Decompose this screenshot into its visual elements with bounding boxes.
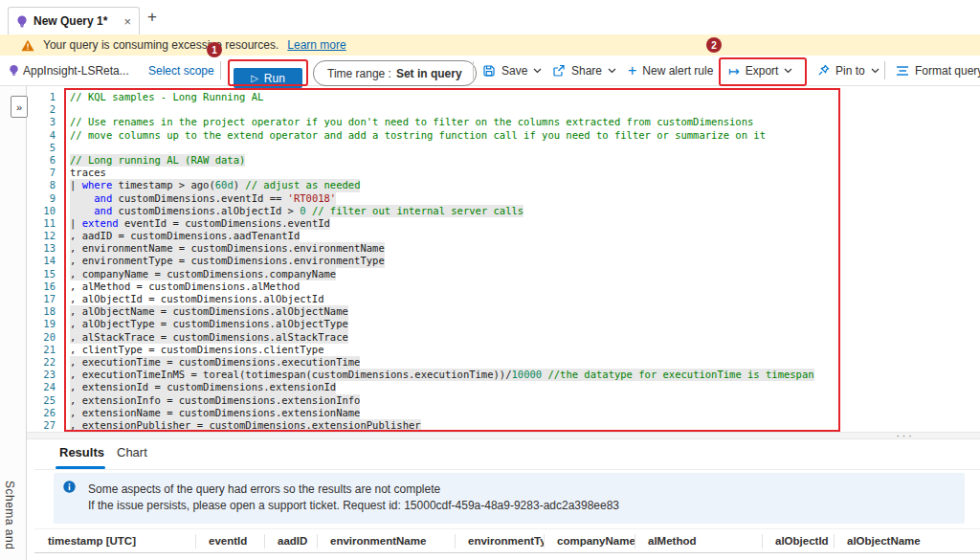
line-number: 20	[27, 331, 56, 344]
chevron-down-icon	[608, 68, 616, 74]
play-icon: ▷	[251, 74, 258, 83]
code-line[interactable]: 19, alObjectType = customDimensions.alOb…	[27, 318, 980, 330]
code-line[interactable]: 1// KQL samples - Long Running AL	[27, 91, 980, 103]
column-header[interactable]: environmentType	[455, 529, 544, 552]
column-header[interactable]: environmentName	[317, 529, 455, 552]
code-line[interactable]: 25, extensionInfo = customDimensions.ext…	[27, 394, 980, 407]
warning-text: Your query is consuming excessive resour…	[43, 38, 278, 52]
line-number: 10	[27, 205, 56, 217]
code-line[interactable]: 2	[27, 103, 980, 116]
code-text: , environmentName = customDimensions.env…	[70, 242, 385, 255]
format-query-button[interactable]: Format query	[896, 56, 980, 85]
close-icon[interactable]: ×	[123, 15, 131, 28]
code-line[interactable]: 22, executionTime = customDimensions.exe…	[27, 356, 980, 369]
code-line[interactable]: 11| extend eventId = customDimensions.ev…	[27, 217, 980, 230]
code-text: traces	[70, 167, 106, 179]
code-text: , environmentType = customDimensions.env…	[70, 255, 385, 267]
code-line[interactable]: 9 and customDimensions.eventId == 'RT001…	[27, 192, 980, 205]
code-line[interactable]: 27, extensionPublisher = customDimension…	[27, 419, 980, 432]
line-number: 24	[27, 381, 56, 393]
tab-title: New Query 1*	[33, 14, 118, 28]
log-analytics-window: New Query 1* × + Your query is consuming…	[0, 0, 980, 560]
code-line[interactable]: 4// move columns up to the extend operat…	[27, 129, 980, 142]
code-text: // Use renames in the project operator i…	[70, 116, 753, 128]
line-number: 2	[27, 103, 56, 116]
column-header[interactable]: timestamp [UTC]	[34, 529, 195, 552]
run-button[interactable]: ▷ Run	[234, 68, 302, 88]
tab-chart[interactable]: Chart	[117, 445, 147, 459]
code-line[interactable]: 21, clientType = customDimensions.client…	[27, 344, 980, 356]
share-button[interactable]: Share	[552, 56, 616, 85]
new-tab-button[interactable]: +	[147, 8, 157, 27]
tabs-divider	[34, 469, 980, 470]
code-line[interactable]: 16, alMethod = customDimensions.alMethod	[27, 280, 980, 293]
time-range-container: Time range : Set in query	[313, 58, 477, 88]
code-line[interactable]: 5	[27, 142, 980, 154]
code-line[interactable]: 26, extensionName = customDimensions.ext…	[27, 407, 980, 419]
code-line[interactable]: 10 and customDimensions.alObjectId > 0 /…	[27, 205, 980, 217]
double-chevron-right-icon: »	[16, 101, 22, 113]
column-header[interactable]: aadID	[264, 529, 317, 552]
code-line[interactable]: 7traces	[27, 167, 980, 179]
line-number: 11	[27, 217, 56, 230]
save-icon	[482, 64, 496, 78]
chevron-down-icon	[784, 68, 792, 74]
code-text: // Long running AL (RAW data)	[70, 154, 245, 167]
tab-new-query-1[interactable]: New Query 1* ×	[8, 7, 140, 34]
code-line[interactable]: 18, alObjectName = customDimensions.alOb…	[27, 305, 980, 318]
pin-to-button[interactable]: Pin to	[817, 56, 880, 85]
resource-warning-banner: Your query is consuming excessive resour…	[0, 34, 980, 56]
code-line[interactable]: 14, environmentType = customDimensions.e…	[27, 255, 980, 267]
expand-sidebar-button[interactable]: »	[11, 96, 28, 118]
column-header[interactable]: alObjectName	[834, 529, 980, 552]
code-line[interactable]: 8| where timestamp > ago(60d) // adjust …	[27, 179, 980, 191]
code-text: , extensionPublisher = customDimensions.…	[70, 419, 421, 432]
code-line[interactable]: 6// Long running AL (RAW data)	[27, 154, 980, 167]
export-button[interactable]: ↦ Export	[728, 56, 792, 85]
line-number: 13	[27, 242, 56, 255]
toolbar-divider	[220, 61, 221, 79]
kql-query-editor[interactable]: 1// KQL samples - Long Running AL23// Us…	[27, 91, 980, 432]
line-number: 22	[27, 356, 56, 369]
code-text: // KQL samples - Long Running AL	[70, 91, 263, 103]
code-text: and customDimensions.alObjectId > 0 // f…	[70, 205, 523, 217]
chevron-down-icon	[871, 68, 880, 74]
code-text: , clientType = customDimensions.clientTy…	[70, 344, 324, 356]
code-line[interactable]: 15, companyName = customDimensions.compa…	[27, 268, 980, 280]
code-text: , alObjectId = customDimensions.alObject…	[70, 293, 324, 305]
toolbar-divider	[473, 61, 474, 79]
code-line[interactable]: 24, extensionId = customDimensions.exten…	[27, 381, 980, 393]
annotation-badge-2: 2	[706, 37, 722, 53]
code-line[interactable]: 3// Use renames in the project operator …	[27, 116, 980, 128]
code-line[interactable]: 13, environmentName = customDimensions.e…	[27, 242, 980, 255]
line-number: 9	[27, 192, 56, 205]
time-range-picker[interactable]: Time range : Set in query	[313, 60, 477, 86]
code-line[interactable]: 20, alStackTrace = customDimensions.alSt…	[27, 331, 980, 344]
column-header[interactable]: alObjectId	[762, 529, 834, 552]
save-button[interactable]: Save	[482, 56, 542, 85]
line-number: 26	[27, 407, 56, 419]
code-line[interactable]: 12, aadID = customDimensions.aadTenantId	[27, 230, 980, 242]
run-button-container: ▷ Run	[234, 63, 302, 93]
code-text: , executionTimeInMS = toreal(totimespan(…	[70, 369, 814, 381]
new-alert-rule-button[interactable]: + New alert rule	[628, 56, 713, 85]
line-number: 12	[27, 230, 56, 242]
code-line[interactable]: 23, executionTimeInMS = toreal(totimespa…	[27, 369, 980, 381]
code-text: , extensionId = customDimensions.extensi…	[70, 381, 336, 393]
line-number: 27	[27, 419, 56, 432]
tab-results[interactable]: Results	[59, 445, 104, 459]
sidebar-vertical-label[interactable]: Schema and	[3, 481, 16, 549]
column-header[interactable]: eventId	[195, 529, 264, 552]
code-text: , extensionName = customDimensions.exten…	[70, 407, 360, 419]
editor-results-splitter[interactable]: ···	[27, 432, 980, 439]
line-number: 25	[27, 394, 56, 407]
column-header[interactable]: companyName	[544, 529, 635, 552]
code-line[interactable]: 17, alObjectId = customDimensions.alObje…	[27, 293, 980, 305]
query-error-info-banner: Some aspects of the query had errors so …	[54, 473, 965, 524]
code-text: , aadID = customDimensions.aadTenantId	[70, 230, 300, 242]
line-number: 19	[27, 318, 56, 330]
select-scope-link[interactable]: Select scope	[148, 56, 214, 85]
warning-icon	[21, 39, 34, 52]
column-header[interactable]: alMethod	[635, 529, 762, 552]
learn-more-link[interactable]: Learn more	[287, 38, 345, 52]
